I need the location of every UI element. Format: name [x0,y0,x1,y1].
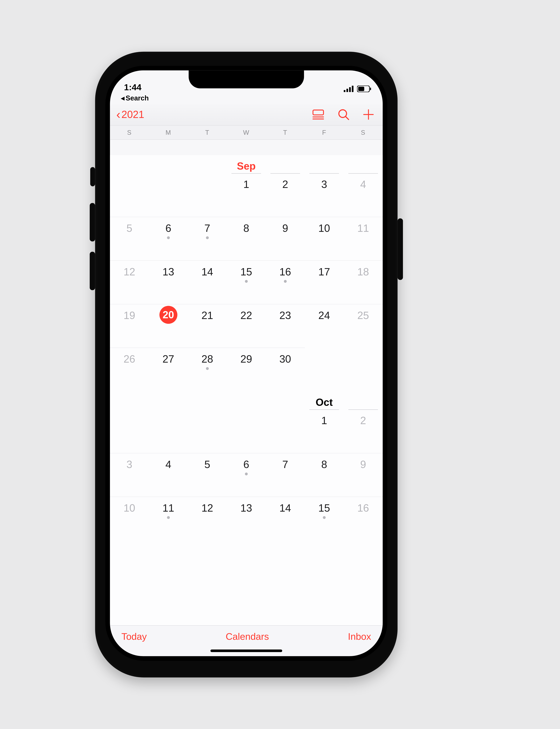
svg-rect-1 [346,89,348,92]
year-label: 2021 [121,109,144,120]
today-button[interactable]: Today [121,631,147,642]
list-view-button[interactable] [312,109,324,120]
calendar-day[interactable]: 20 [149,304,188,347]
status-time: 1:44 [124,82,141,92]
calendar-day[interactable]: 7 [188,217,227,260]
calendar-empty-cell [305,347,344,391]
navbar: ‹ 2021 [110,104,383,125]
day-number: 9 [360,459,366,471]
phone-bezel: 1:44 [105,66,387,661]
calendar-day[interactable]: 13 [227,497,266,540]
event-dot [323,516,326,519]
svg-rect-0 [344,90,345,92]
calendar-day[interactable]: 12 [110,260,149,304]
weekday-label: T [266,129,305,136]
svg-line-11 [346,116,349,119]
calendar-day[interactable]: 10 [305,217,344,260]
calendar-day[interactable]: 21 [188,304,227,347]
day-number: 24 [318,309,330,321]
calendar-day[interactable]: 26 [110,347,149,391]
day-number: 13 [240,502,252,514]
calendar-day[interactable]: 13 [149,260,188,304]
calendar-day[interactable]: 19 [110,304,149,347]
calendar-empty-cell [149,410,188,453]
day-number: 2 [360,415,366,427]
weekday-header: SMTWTFS [110,125,383,140]
day-number: 6 [165,222,171,234]
calendar-day[interactable]: 23 [266,304,305,347]
calendar-day[interactable]: 7 [266,453,305,497]
calendar-day[interactable]: 3 [305,173,344,217]
day-number: 13 [162,266,174,278]
screen: 1:44 [110,70,383,656]
calendar-day[interactable]: 14 [188,260,227,304]
calendar-day[interactable]: 9 [266,217,305,260]
bottom-toolbar: Today Calendars Inbox [110,625,383,656]
back-caret-icon: ◂ [121,94,124,101]
calendar-day[interactable]: 6 [149,217,188,260]
calendar-day[interactable]: 9 [344,453,383,497]
today-marker: 20 [159,306,177,324]
day-number: 18 [357,266,369,278]
svg-rect-2 [349,87,351,92]
event-dot [245,280,248,283]
calendar-day[interactable]: 16 [344,497,383,540]
calendar-day[interactable]: 30 [266,347,305,391]
calendar-day[interactable]: 4 [344,173,383,217]
calendar-day[interactable]: 8 [227,217,266,260]
calendar-day[interactable]: 5 [110,217,149,260]
calendar-day[interactable]: 6 [227,453,266,497]
calendar-day[interactable]: 5 [188,453,227,497]
calendar-day[interactable]: 22 [227,304,266,347]
calendar-day[interactable]: 2 [266,173,305,217]
month-label: Oct [305,391,344,410]
calendar-day[interactable]: 24 [305,304,344,347]
calendar-day[interactable]: 1 [305,410,344,453]
event-dot [206,236,209,239]
year-back-button[interactable]: ‹ 2021 [116,109,144,120]
event-dot [167,516,170,519]
calendar-day[interactable]: 28 [188,347,227,391]
calendar-day[interactable]: 2 [344,410,383,453]
day-number: 12 [201,502,213,514]
event-dot [167,236,170,239]
calendar-empty-cell [149,173,188,217]
inbox-button[interactable]: Inbox [348,631,371,642]
back-to-search-label: Search [126,94,149,102]
calendar-day[interactable]: 29 [227,347,266,391]
back-to-search-button[interactable]: ◂ Search [110,93,383,104]
calendar-day[interactable]: 27 [149,347,188,391]
day-number: 4 [360,178,366,190]
day-number: 15 [240,266,252,278]
day-number: 11 [162,502,174,514]
calendar-day[interactable]: 18 [344,260,383,304]
day-number: 10 [124,502,135,514]
calendar-day[interactable]: 16 [266,260,305,304]
day-number: 11 [357,222,369,234]
calendar-day[interactable]: 1 [227,173,266,217]
calendar-day[interactable]: 3 [110,453,149,497]
calendar-empty-cell [266,410,305,453]
calendar-day[interactable]: 25 [344,304,383,347]
calendars-button[interactable]: Calendars [226,631,269,642]
calendar-day[interactable]: 8 [305,453,344,497]
calendar-day[interactable]: 10 [110,497,149,540]
search-button[interactable] [338,109,349,120]
day-number: 23 [279,309,291,321]
add-event-button[interactable] [363,109,374,120]
calendar-day[interactable]: 15 [305,497,344,540]
calendar-day[interactable]: 17 [305,260,344,304]
calendar-day[interactable]: 15 [227,260,266,304]
day-number: 19 [124,309,135,321]
home-indicator[interactable] [210,649,282,652]
calendar-day[interactable]: 12 [188,497,227,540]
day-number: 8 [243,222,249,234]
calendar-day[interactable]: 11 [344,217,383,260]
calendar-empty-cell [344,347,383,391]
calendar-day[interactable]: 4 [149,453,188,497]
calendar-scroll-area[interactable]: Sep1234567891011121314151617181920212223… [110,155,383,625]
calendar-day[interactable]: 14 [266,497,305,540]
battery-icon [357,85,371,92]
calendar-day[interactable]: 11 [149,497,188,540]
day-number: 6 [243,459,249,471]
